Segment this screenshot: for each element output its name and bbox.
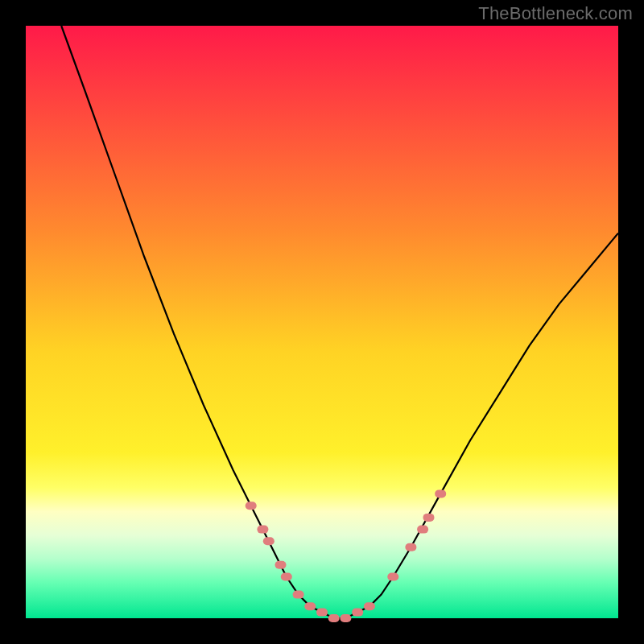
- curve-marker: [417, 526, 428, 534]
- curve-marker: [293, 591, 304, 599]
- curve-marker: [263, 537, 275, 545]
- curve-marker: [246, 502, 257, 510]
- curve-marker: [405, 543, 416, 551]
- curve-marker: [257, 526, 268, 534]
- bottleneck-chart: [0, 0, 644, 644]
- curve-marker: [352, 609, 363, 617]
- curve-marker: [275, 561, 287, 569]
- curve-marker: [304, 602, 316, 610]
- curve-marker: [364, 602, 375, 610]
- chart-frame: TheBottleneck.com: [0, 0, 644, 644]
- curve-marker: [328, 614, 340, 622]
- curve-marker: [281, 573, 292, 581]
- curve-marker: [316, 609, 328, 617]
- watermark-text: TheBottleneck.com: [478, 3, 633, 24]
- curve-marker: [387, 573, 398, 581]
- curve-marker: [435, 489, 446, 497]
- curve-marker: [423, 514, 435, 522]
- curve-marker: [340, 614, 351, 622]
- plot-background: [26, 26, 618, 618]
